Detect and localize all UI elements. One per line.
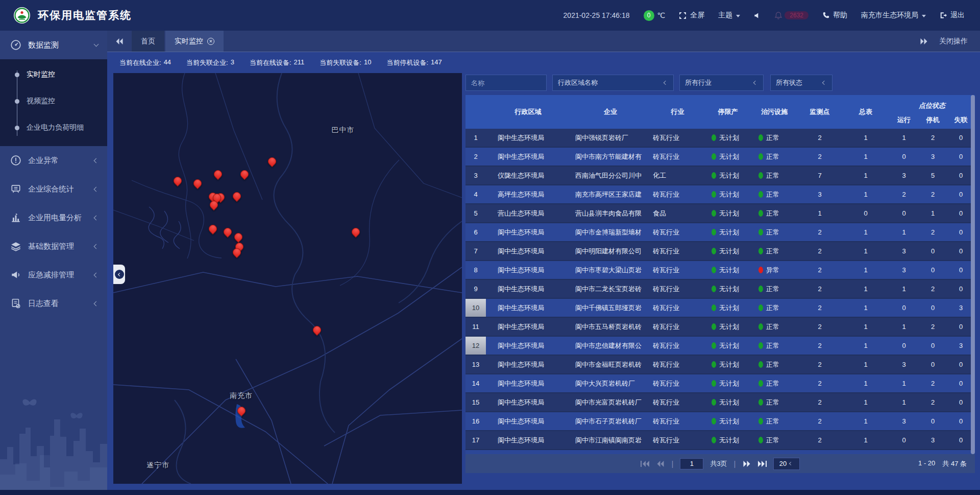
status-counter-value: 147	[431, 58, 442, 67]
table-row[interactable]: 18南部生态环境局南部县砖瓦土建有限公建材加工无计划正常60060	[465, 450, 975, 454]
facility-text: 正常	[766, 285, 779, 294]
facility-text: 正常	[766, 133, 779, 143]
industry-filter-value: 所有行业	[685, 78, 712, 87]
tabs-scroll-right-button[interactable]	[912, 31, 936, 52]
sidebar-item-1[interactable]: 数据监测	[0, 31, 107, 59]
cell-stopped: 3	[919, 436, 947, 444]
cell-meters: 1	[842, 191, 889, 198]
map-collapse-handle[interactable]	[113, 265, 125, 284]
limit-text: 无计划	[719, 171, 739, 180]
sidebar-subitem-实时监控[interactable]: 实时监控	[0, 61, 107, 88]
first-page-button[interactable]	[641, 461, 650, 467]
tab-实时监控[interactable]: 实时监控✕	[165, 31, 224, 52]
sidebar-item-2[interactable]: 企业异常	[0, 146, 107, 175]
table-row[interactable]: 15阆中生态环境局阆中市光富页岩机砖厂砖瓦行业无计划正常21120	[465, 393, 975, 411]
cell-company: 营山县润丰肉食品有限	[570, 209, 651, 218]
table-row[interactable]: 2阆中生态环境局阆中市南方节能建材有砖瓦行业无计划正常21030	[465, 148, 975, 166]
map-city-label: 巴中市	[332, 126, 355, 135]
page-number-input[interactable]: 1	[680, 458, 703, 469]
table-row[interactable]: 1阆中生态环境局阆中强锐页岩砖厂砖瓦行业无计划正常21120	[465, 129, 975, 147]
page-size-select[interactable]: 20	[773, 458, 800, 470]
table-row[interactable]: 11阆中生态环境局阆中市五马桥页岩机砖砖瓦行业无计划正常21120	[465, 318, 975, 336]
table-row[interactable]: 8阆中生态环境局阆中市枣碧大梁山页岩砖瓦行业无计划异常21300	[465, 261, 975, 279]
phone-icon	[822, 12, 829, 19]
col-meters: 总表	[842, 95, 889, 129]
sidebar-subitem-视频监控[interactable]: 视频监控	[0, 88, 107, 114]
cell-meters: 0	[842, 209, 889, 217]
sidebar-item-6[interactable]: 应急减排管理	[0, 261, 107, 289]
tabs-scroll-left-button[interactable]	[107, 31, 132, 52]
region-filter-select[interactable]: 行政区域名称	[552, 75, 674, 91]
facility-text: 正常	[766, 303, 779, 313]
cell-points: 2	[797, 323, 842, 331]
mute-button[interactable]	[754, 12, 761, 19]
last-page-button[interactable]	[757, 461, 767, 467]
org-dropdown[interactable]: 南充市生态环境局	[861, 11, 926, 20]
status-dot-icon	[712, 437, 716, 443]
status-dot-icon	[758, 418, 763, 425]
status-filter-select[interactable]: 所有状态	[770, 75, 832, 91]
table-row[interactable]: 16阆中生态环境局阆中市石子页岩机砖厂砖瓦行业无计划正常21300	[465, 412, 975, 430]
table-scrollbar[interactable]	[971, 95, 975, 454]
prev-page-button[interactable]	[656, 461, 665, 467]
table-row[interactable]: 4高坪生态环境局南充市高坪区王家店建砖瓦行业无计划正常31220	[465, 185, 975, 203]
status-dot-icon	[712, 342, 716, 349]
status-counters-bar: 当前在线企业:44当前失联企业:3当前在线设备:211当前失联设备:10当前停机…	[107, 53, 980, 73]
help-button[interactable]: 帮助	[822, 11, 847, 20]
map-panel[interactable]: 巴中市南充市遂宁市	[113, 73, 462, 484]
bell-icon	[774, 11, 782, 19]
name-filter-input[interactable]	[465, 75, 547, 91]
table-row[interactable]: 14阆中生态环境局阆中大兴页岩机砖厂砖瓦行业无计划正常21120	[465, 374, 975, 392]
table-row[interactable]: 10阆中生态环境局阆中千佛镇五郎垭页岩砖瓦行业无计划正常21003	[465, 299, 975, 317]
table-row[interactable]: 5营山生态环境局营山县润丰肉食品有限食品无计划正常10010	[465, 204, 975, 222]
col-region: 行政区域	[486, 95, 570, 129]
cell-facility-status: 正常	[751, 322, 797, 332]
sidebar-subitem-企业电力负荷明细[interactable]: 企业电力负荷明细	[0, 114, 107, 141]
table-row[interactable]: 3仪陇生态环境局西南油气田分公司川中化工无计划正常71350	[465, 167, 975, 184]
cell-running: 3	[889, 247, 919, 255]
table-row[interactable]: 6阆中生态环境局阆中市金博瑞新型墙材砖瓦行业无计划正常21120	[465, 223, 975, 241]
cell-running: 1	[889, 134, 919, 142]
cell-company: 西南油气田分公司川中	[570, 171, 651, 180]
cell-stopped: 5	[919, 172, 947, 179]
notifications-button[interactable]: 2632	[774, 11, 808, 19]
bottom-strip	[0, 490, 980, 495]
status-dot-icon	[712, 172, 716, 179]
cell-points: 2	[797, 153, 842, 160]
status-counter-label: 当前在线企业:	[119, 58, 161, 67]
theme-dropdown[interactable]: 主题	[718, 11, 740, 20]
sidebar-item-3[interactable]: 企业综合统计	[0, 175, 107, 203]
tabs-host: 首页实时监控✕	[132, 31, 225, 52]
cell-limit-status: 无计划	[704, 436, 751, 445]
limit-text: 无计划	[719, 209, 739, 218]
cell-company: 阆中市枣碧大梁山页岩	[570, 266, 651, 275]
cell-facility-status: 正常	[751, 436, 797, 445]
chevron-down-icon	[922, 15, 926, 17]
fullscreen-button[interactable]: 全屏	[679, 11, 704, 20]
cell-facility-status: 异常	[751, 266, 797, 275]
cell-row-number: 17	[465, 431, 486, 449]
sidebar-item-7[interactable]: 日志查看	[0, 289, 107, 318]
table-row[interactable]: 13阆中生态环境局阆中市金福旺页岩机砖砖瓦行业无计划正常21300	[465, 356, 975, 373]
map-city-label: 南充市	[230, 391, 253, 400]
table-row[interactable]: 12阆中生态环境局阆中市忠信建材有限公砖瓦行业无计划正常21003	[465, 337, 975, 355]
next-page-button[interactable]	[743, 461, 751, 467]
cell-region: 阆中生态环境局	[486, 360, 570, 369]
table-row[interactable]: 9阆中生态环境局阆中市二龙长宝页岩砖砖瓦行业无计划正常21120	[465, 280, 975, 298]
status-dot-icon	[712, 304, 716, 311]
logout-button[interactable]: 退出	[940, 11, 965, 20]
tab-首页[interactable]: 首页	[132, 31, 164, 52]
sidebar-item-5[interactable]: 基础数据管理	[0, 232, 107, 261]
close-operations-button[interactable]: 关闭操作	[936, 31, 980, 52]
table-row[interactable]: 7阆中生态环境局阆中明阳建材有限公司砖瓦行业无计划正常21300	[465, 242, 975, 260]
sidebar-item-4[interactable]: 企业用电量分析	[0, 203, 107, 232]
fullscreen-icon	[679, 12, 687, 19]
notification-count-badge: 2632	[785, 11, 808, 19]
status-dot-icon	[758, 380, 763, 387]
industry-filter-select[interactable]: 所有行业	[679, 75, 764, 91]
table-row[interactable]: 17阆中生态环境局阆中市江南镇阆南页岩砖瓦行业无计划正常21030	[465, 431, 975, 449]
cell-points: 2	[797, 417, 842, 425]
close-icon[interactable]: ✕	[207, 38, 214, 45]
status-counter: 当前失联企业:3	[186, 58, 234, 67]
status-dot-icon	[758, 172, 763, 179]
